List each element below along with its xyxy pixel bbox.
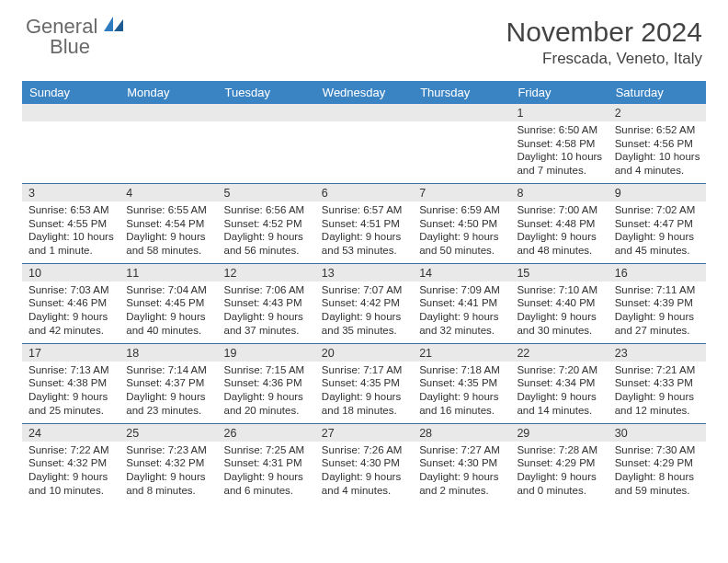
day-number: 11 (119, 264, 217, 282)
sunset-text: Sunset: 4:37 PM (126, 376, 211, 390)
sunrise-text: Sunrise: 7:15 AM (224, 363, 310, 377)
day-number: 25 (119, 424, 217, 442)
daylight-text: Daylight: 9 hours and 30 minutes. (517, 310, 602, 337)
month-title: November 2024 (506, 17, 702, 48)
day-cell: Sunrise: 7:17 AMSunset: 4:35 PMDaylight:… (315, 362, 413, 423)
sunset-text: Sunset: 4:55 PM (28, 217, 114, 231)
daylight-text: Daylight: 9 hours and 50 minutes. (419, 230, 505, 257)
day-number-row: 24252627282930 (22, 423, 706, 442)
day-number: 24 (22, 424, 119, 442)
svg-marker-0 (104, 17, 113, 31)
daylight-text: Daylight: 9 hours and 23 minutes. (126, 390, 211, 417)
daylight-text: Daylight: 9 hours and 40 minutes. (126, 310, 211, 337)
day-cell: Sunrise: 6:52 AMSunset: 4:56 PMDaylight:… (609, 121, 706, 183)
day-number (218, 104, 315, 121)
day-number: 12 (218, 264, 315, 282)
sunrise-text: Sunrise: 7:17 AM (322, 363, 407, 377)
day-number: 17 (22, 344, 119, 362)
day-number: 14 (413, 264, 510, 282)
calendar-header-row: Sunday Monday Tuesday Wednesday Thursday… (22, 81, 706, 104)
sunset-text: Sunset: 4:41 PM (419, 296, 505, 310)
sunrise-text: Sunrise: 7:21 AM (615, 363, 700, 377)
day-cell: Sunrise: 7:07 AMSunset: 4:42 PMDaylight:… (315, 282, 413, 343)
day-cell: Sunrise: 7:20 AMSunset: 4:34 PMDaylight:… (510, 362, 608, 423)
sunrise-text: Sunrise: 7:22 AM (28, 443, 114, 457)
day-header: Thursday (413, 81, 510, 104)
day-number: 3 (22, 184, 119, 201)
daylight-text: Daylight: 9 hours and 2 minutes. (419, 470, 505, 497)
sunset-text: Sunset: 4:33 PM (615, 376, 700, 390)
day-cell: Sunrise: 7:00 AMSunset: 4:48 PMDaylight:… (510, 201, 608, 263)
sunset-text: Sunset: 4:48 PM (517, 217, 602, 231)
daylight-text: Daylight: 9 hours and 8 minutes. (126, 470, 211, 497)
sunrise-text: Sunrise: 7:11 AM (615, 283, 700, 297)
day-cell: Sunrise: 7:04 AMSunset: 4:45 PMDaylight:… (119, 282, 217, 343)
day-cell: Sunrise: 6:53 AMSunset: 4:55 PMDaylight:… (22, 201, 119, 263)
sunset-text: Sunset: 4:43 PM (224, 296, 310, 310)
daylight-text: Daylight: 10 hours and 1 minute. (28, 230, 114, 257)
logo-text-block: General Blue (26, 17, 124, 57)
sunset-text: Sunset: 4:29 PM (615, 456, 700, 470)
sunrise-text: Sunrise: 6:57 AM (322, 203, 407, 217)
day-number: 6 (315, 184, 413, 201)
sunrise-text: Sunrise: 7:03 AM (28, 283, 114, 297)
day-header: Friday (510, 81, 608, 104)
sunrise-text: Sunrise: 7:18 AM (419, 363, 505, 377)
logo-word-blue: Blue (50, 35, 90, 58)
daylight-text: Daylight: 9 hours and 32 minutes. (419, 310, 505, 337)
day-cell: Sunrise: 7:13 AMSunset: 4:38 PMDaylight:… (22, 362, 119, 423)
location: Frescada, Veneto, Italy (506, 50, 702, 68)
sunset-text: Sunset: 4:50 PM (419, 217, 505, 231)
day-number: 16 (609, 264, 706, 282)
daylight-text: Daylight: 9 hours and 35 minutes. (322, 310, 407, 337)
day-cell (315, 121, 413, 183)
daylight-text: Daylight: 9 hours and 37 minutes. (224, 310, 310, 337)
day-number: 29 (510, 424, 608, 442)
sunset-text: Sunset: 4:34 PM (517, 376, 602, 390)
day-number: 13 (315, 264, 413, 282)
day-number-row: 12 (22, 104, 706, 121)
sunset-text: Sunset: 4:46 PM (28, 296, 114, 310)
daylight-text: Daylight: 9 hours and 20 minutes. (224, 390, 310, 417)
day-body-row: Sunrise: 7:03 AMSunset: 4:46 PMDaylight:… (22, 282, 706, 343)
sunrise-text: Sunrise: 7:10 AM (517, 283, 602, 297)
daylight-text: Daylight: 9 hours and 56 minutes. (224, 230, 310, 257)
sunrise-text: Sunrise: 6:53 AM (28, 203, 114, 217)
sunset-text: Sunset: 4:30 PM (419, 456, 505, 470)
sunset-text: Sunset: 4:38 PM (28, 376, 114, 390)
day-cell: Sunrise: 6:50 AMSunset: 4:58 PMDaylight:… (510, 121, 608, 183)
day-cell (413, 121, 510, 183)
daylight-text: Daylight: 10 hours and 7 minutes. (517, 150, 602, 177)
day-number-row: 17181920212223 (22, 343, 706, 362)
day-cell: Sunrise: 6:57 AMSunset: 4:51 PMDaylight:… (315, 201, 413, 263)
sunrise-text: Sunrise: 6:55 AM (126, 203, 211, 217)
sunrise-text: Sunrise: 7:26 AM (322, 443, 407, 457)
sunrise-text: Sunrise: 7:06 AM (224, 283, 310, 297)
sunrise-text: Sunrise: 6:50 AM (517, 123, 602, 137)
daylight-text: Daylight: 9 hours and 4 minutes. (322, 470, 407, 497)
day-header: Saturday (609, 81, 706, 104)
day-cell: Sunrise: 7:02 AMSunset: 4:47 PMDaylight:… (609, 201, 706, 263)
sunrise-text: Sunrise: 7:23 AM (126, 443, 211, 457)
sunset-text: Sunset: 4:42 PM (322, 296, 407, 310)
day-cell: Sunrise: 7:15 AMSunset: 4:36 PMDaylight:… (218, 362, 315, 423)
sunrise-text: Sunrise: 7:30 AM (615, 443, 700, 457)
day-number: 5 (218, 184, 315, 201)
day-number: 23 (609, 344, 706, 362)
day-number: 22 (510, 344, 608, 362)
day-cell: Sunrise: 7:06 AMSunset: 4:43 PMDaylight:… (218, 282, 315, 343)
day-cell: Sunrise: 7:23 AMSunset: 4:32 PMDaylight:… (119, 442, 217, 503)
day-cell: Sunrise: 6:55 AMSunset: 4:54 PMDaylight:… (119, 201, 217, 263)
day-cell (218, 121, 315, 183)
daylight-text: Daylight: 9 hours and 14 minutes. (517, 390, 602, 417)
day-number: 15 (510, 264, 608, 282)
sail-icon (104, 17, 124, 35)
sunrise-text: Sunrise: 7:02 AM (615, 203, 700, 217)
sunset-text: Sunset: 4:51 PM (322, 217, 407, 231)
day-number-row: 10111213141516 (22, 263, 706, 282)
day-number: 20 (315, 344, 413, 362)
daylight-text: Daylight: 9 hours and 10 minutes. (28, 470, 114, 497)
sunset-text: Sunset: 4:47 PM (615, 217, 700, 231)
calendar: Sunday Monday Tuesday Wednesday Thursday… (22, 81, 706, 502)
day-number: 7 (413, 184, 510, 201)
